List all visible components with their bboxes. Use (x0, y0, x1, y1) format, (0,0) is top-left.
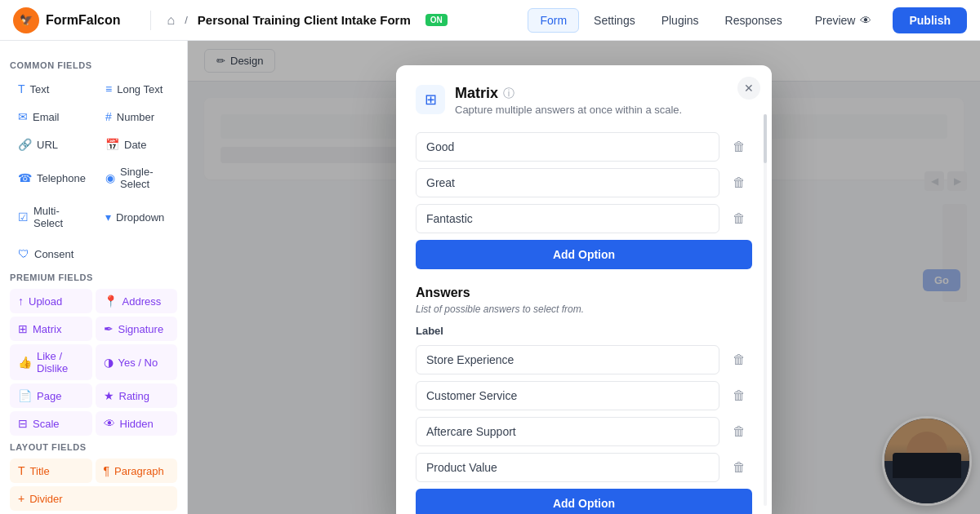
answer-row-1: 🗑 (416, 345, 752, 374)
modal-matrix-icon: ⊞ (416, 85, 445, 114)
sidebar-item-label: Telephone (37, 172, 86, 184)
date-icon: 📅 (105, 138, 119, 151)
sidebar-item-signature[interactable]: ✒ Signature (96, 317, 178, 341)
answer-row-4: 🗑 (416, 453, 752, 482)
modal-close-button[interactable]: ✕ (737, 77, 760, 100)
preview-label: Preview (815, 14, 856, 27)
premium-fields-grid: ↑ Upload 📍 Address ⊞ Matrix ✒ Signature … (10, 289, 177, 436)
layout-fields-grid: T Title ¶ Paragraph + Divider (10, 459, 177, 511)
telephone-icon: ☎ (18, 171, 32, 184)
sidebar-item-label: Long Text (117, 83, 163, 95)
sidebar-item-label: Divider (29, 493, 62, 505)
sidebar-item-dropdown[interactable]: ▾ Dropdown (97, 199, 177, 235)
form-title: Personal Training Client Intake Form (198, 13, 411, 27)
sidebar-item-paragraph[interactable]: ¶ Paragraph (96, 459, 178, 483)
sidebar-item-yes-no[interactable]: ◑ Yes / No (96, 344, 178, 380)
sidebar-item-text[interactable]: T Text (10, 77, 94, 101)
sidebar-item-label: Rating (119, 390, 150, 402)
sidebar-item-date[interactable]: 📅 Date (97, 132, 177, 157)
dropdown-icon: ▾ (105, 210, 111, 224)
hidden-icon: 👁 (104, 417, 115, 430)
option-input-2[interactable] (416, 168, 719, 197)
sidebar-item-telephone[interactable]: ☎ Telephone (10, 160, 94, 196)
add-answer-button[interactable]: Add Option (416, 489, 752, 514)
sidebar-item-page[interactable]: 📄 Page (10, 383, 92, 408)
scale-icon: ⊟ (18, 417, 28, 430)
sidebar-item-address[interactable]: 📍 Address (96, 289, 178, 313)
main-layout: Common Fields T Text ≡ Long Text ✉ Email… (0, 41, 980, 514)
nav-separator: / (185, 14, 188, 26)
delete-option-3-button[interactable]: 🗑 (726, 206, 752, 232)
delete-option-1-button[interactable]: 🗑 (726, 134, 752, 160)
sidebar-item-hidden[interactable]: 👁 Hidden (96, 411, 178, 436)
sidebar-item-label: Multi-Select (33, 205, 86, 229)
option-input-3[interactable] (416, 204, 719, 233)
sidebar-item-url[interactable]: 🔗 URL (10, 132, 94, 157)
modal-title: Matrix (455, 85, 498, 102)
answer-input-1[interactable] (416, 345, 719, 374)
publish-button[interactable]: Publish (893, 7, 967, 33)
answer-row-2: 🗑 (416, 381, 752, 410)
upload-icon: ↑ (18, 295, 24, 308)
tab-settings[interactable]: Settings (582, 9, 647, 32)
answers-subtitle: List of possible answers to select from. (416, 304, 752, 315)
sidebar-item-like-dislike[interactable]: 👍 Like / Dislike (10, 344, 92, 380)
sidebar-item-rating[interactable]: ★ Rating (96, 383, 178, 408)
sidebar-item-title[interactable]: T Title (10, 459, 92, 483)
answer-input-3[interactable] (416, 417, 719, 446)
sidebar-item-matrix[interactable]: ⊞ Matrix (10, 317, 92, 341)
app-name: FormFalcon (46, 13, 121, 28)
delete-answer-1-button[interactable]: 🗑 (726, 347, 752, 373)
sidebar-item-label: Address (122, 295, 162, 308)
sidebar-item-single-select[interactable]: ◉ Single-Select (97, 160, 177, 196)
delete-answer-3-button[interactable]: 🗑 (726, 419, 752, 445)
option-row-3: 🗑 (416, 204, 752, 233)
tab-form[interactable]: Form (528, 8, 579, 33)
answer-row-3: 🗑 (416, 417, 752, 446)
text-icon: T (18, 82, 25, 95)
sidebar-item-label: Text (30, 83, 50, 95)
logo-icon: 🦅 (13, 7, 39, 33)
answers-title: Answers (416, 286, 752, 300)
sidebar-item-long-text[interactable]: ≡ Long Text (97, 77, 177, 101)
delete-answer-4-button[interactable]: 🗑 (726, 454, 752, 481)
modal-scrollbar-thumb[interactable] (764, 114, 767, 163)
sidebar: Common Fields T Text ≡ Long Text ✉ Email… (0, 41, 188, 514)
sidebar-item-divider[interactable]: + Divider (10, 486, 177, 511)
rating-icon: ★ (104, 389, 114, 402)
answer-input-4[interactable] (416, 453, 719, 482)
sidebar-item-label: Dropdown (116, 211, 164, 224)
sidebar-item-label: Signature (118, 323, 164, 335)
sidebar-item-label: Date (124, 139, 146, 151)
modal-overlay[interactable]: ✕ ⊞ Matrix ⓘ Capture multiple answers at… (188, 41, 980, 514)
modal-title-area: Matrix ⓘ Capture multiple answers at onc… (455, 85, 682, 116)
sidebar-item-label: Like / Dislike (37, 350, 84, 374)
common-fields-grid: T Text ≡ Long Text ✉ Email # Number 🔗 UR… (10, 77, 177, 235)
option-input-1[interactable] (416, 132, 719, 162)
sidebar-item-email[interactable]: ✉ Email (10, 104, 94, 129)
answer-input-2[interactable] (416, 381, 719, 410)
single-select-icon: ◉ (105, 171, 115, 184)
options-section: 🗑 🗑 🗑 Add Option (416, 132, 752, 286)
yes-no-icon: ◑ (104, 356, 114, 369)
sidebar-item-multi-select[interactable]: ☑ Multi-Select (10, 199, 94, 235)
delete-option-2-button[interactable]: 🗑 (726, 170, 752, 196)
add-option-button[interactable]: Add Option (416, 240, 752, 269)
sidebar-item-label: Title (30, 465, 50, 477)
sidebar-item-consent[interactable]: 🛡 Consent (10, 241, 177, 266)
sidebar-item-scale[interactable]: ⊟ Scale (10, 411, 92, 436)
preview-button[interactable]: Preview 👁 (804, 9, 884, 32)
sidebar-item-upload[interactable]: ↑ Upload (10, 289, 92, 313)
home-icon[interactable]: ⌂ (167, 13, 176, 28)
tab-plugins[interactable]: Plugins (650, 9, 710, 32)
paragraph-icon: ¶ (104, 464, 110, 477)
tab-responses[interactable]: Responses (714, 9, 794, 32)
nav-tabs: Form Settings Plugins Responses (528, 8, 793, 33)
sidebar-item-label: Consent (34, 248, 74, 260)
sidebar-item-number[interactable]: # Number (97, 104, 177, 129)
info-icon[interactable]: ⓘ (503, 86, 514, 101)
sidebar-item-label: Scale (33, 418, 60, 430)
common-fields-label: Common Fields (10, 60, 177, 70)
nav-divider (150, 11, 151, 30)
delete-answer-2-button[interactable]: 🗑 (726, 383, 752, 409)
